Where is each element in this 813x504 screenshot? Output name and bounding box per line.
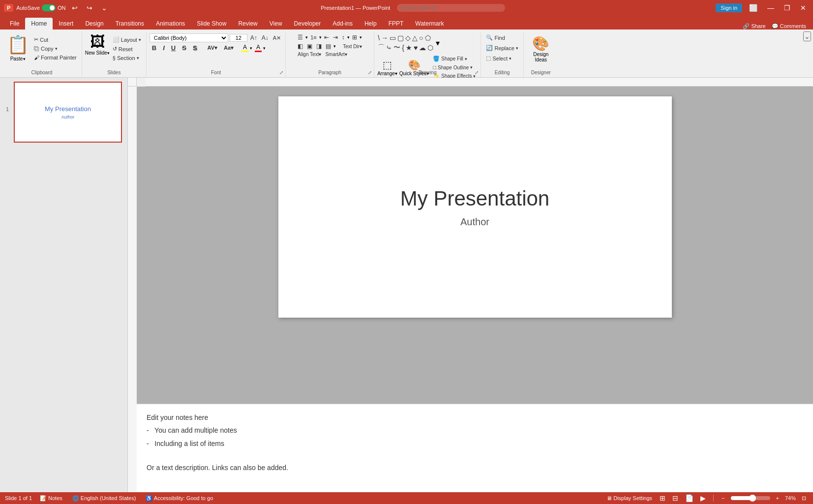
- tab-help[interactable]: Help: [359, 18, 383, 30]
- zoom-in-btn[interactable]: +: [774, 495, 781, 501]
- paste-btn[interactable]: 📋 Paste▾: [5, 33, 31, 61]
- tab-view[interactable]: View: [264, 18, 288, 30]
- change-case-btn[interactable]: Aa▾: [221, 44, 236, 52]
- highlight-btn[interactable]: A: [241, 44, 248, 52]
- shape-line-btn[interactable]: \: [377, 33, 380, 42]
- tab-watermark[interactable]: Watermark: [409, 18, 450, 30]
- arrange-btn[interactable]: ⬚ Arrange▾: [377, 59, 397, 76]
- font-shrink-btn[interactable]: A↓: [260, 34, 270, 42]
- shape-heart-btn[interactable]: ♥: [413, 43, 418, 53]
- line-spacing-dropdown[interactable]: ▾: [347, 35, 350, 40]
- fit-slide-btn[interactable]: ⊡: [800, 495, 808, 502]
- layout-btn[interactable]: ⬜ Layout▾: [111, 35, 143, 44]
- reset-btn[interactable]: ↺ Reset: [111, 45, 143, 53]
- justify-btn[interactable]: ▤: [324, 42, 332, 50]
- shape-diamond-btn[interactable]: ◇: [405, 33, 411, 42]
- numbered-btn[interactable]: 1≡: [309, 34, 318, 41]
- close-button[interactable]: ✕: [797, 4, 809, 12]
- restore-button[interactable]: ❐: [781, 4, 793, 12]
- line-spacing-btn[interactable]: ↕: [340, 33, 346, 41]
- text-direction-btn[interactable]: Text Dir▾: [341, 43, 363, 50]
- dec-indent-btn[interactable]: ⇤: [323, 33, 331, 41]
- tab-file[interactable]: File: [4, 18, 25, 30]
- tab-transitions[interactable]: Transitions: [110, 18, 150, 30]
- tab-developer[interactable]: Developer: [288, 18, 327, 30]
- zoom-slider[interactable]: [731, 496, 770, 500]
- autosave-toggle[interactable]: [42, 4, 56, 11]
- shapes-more-btn[interactable]: ▾: [435, 37, 441, 49]
- slide-canvas-area[interactable]: My Presentation Author: [137, 87, 813, 404]
- sign-in-button[interactable]: Sign in: [716, 3, 742, 12]
- cut-btn[interactable]: ✂ Cut: [32, 35, 79, 44]
- new-slide-btn[interactable]: 🖼 New Slide▾: [85, 33, 110, 56]
- columns-btn[interactable]: ⊞: [351, 33, 359, 41]
- slide-main[interactable]: My Presentation Author: [278, 96, 672, 318]
- tab-insert[interactable]: Insert: [53, 18, 79, 30]
- presenter-view-btn[interactable]: ▶: [699, 494, 707, 502]
- align-center-btn[interactable]: ▣: [305, 42, 314, 50]
- shape-fill-btn[interactable]: 🪣 Shape Fill ▾: [431, 55, 478, 63]
- shape-outline-btn[interactable]: □ Shape Outline ▾: [431, 63, 478, 71]
- align-dropdown[interactable]: ▾: [333, 44, 336, 49]
- share-button[interactable]: 🔗 Share: [740, 23, 768, 30]
- copy-btn[interactable]: ⿻ Copy ▾: [32, 45, 79, 53]
- redo-button[interactable]: ↪: [84, 4, 95, 12]
- slide-thumbnail-1[interactable]: My Presentation Author: [14, 82, 122, 143]
- notes-area[interactable]: Edit your notes here - You can add multi…: [137, 404, 813, 492]
- align-left-btn[interactable]: ◧: [296, 42, 304, 50]
- zoom-out-btn[interactable]: −: [720, 495, 726, 501]
- minimize-button[interactable]: —: [764, 4, 777, 12]
- shape-brace-btn[interactable]: {: [401, 43, 405, 53]
- shape-rect-btn[interactable]: ▭: [389, 33, 396, 42]
- highlight-dropdown[interactable]: ▾: [250, 46, 252, 51]
- bullets-dropdown[interactable]: ▾: [305, 35, 308, 40]
- replace-btn[interactable]: 🔄 Replace ▾: [484, 44, 520, 52]
- convert-smartart-btn[interactable]: SmartArt▾: [324, 51, 348, 58]
- tab-design[interactable]: Design: [79, 18, 109, 30]
- font-grow-btn[interactable]: A↑: [249, 34, 259, 42]
- bullets-btn[interactable]: ☰: [296, 33, 304, 41]
- customize-qat-button[interactable]: ⌄: [98, 4, 110, 12]
- section-btn[interactable]: § Section▾: [111, 54, 143, 62]
- slide-subtitle[interactable]: Author: [460, 216, 489, 228]
- numbered-dropdown[interactable]: ▾: [319, 35, 322, 40]
- bold-btn[interactable]: B: [150, 43, 159, 53]
- shape-hexagon-btn[interactable]: ⬡: [427, 43, 434, 53]
- shape-triangle-btn[interactable]: △: [412, 33, 418, 42]
- paragraph-expand-btn[interactable]: ⤢: [368, 70, 372, 75]
- find-btn[interactable]: 🔍 Find: [484, 33, 507, 42]
- strikethrough-btn[interactable]: S: [180, 43, 189, 53]
- shape-circle-btn[interactable]: ○: [419, 33, 423, 42]
- tab-animations[interactable]: Animations: [150, 18, 191, 30]
- zoom-thumb[interactable]: [749, 495, 756, 502]
- reading-view-btn[interactable]: 📄: [684, 494, 695, 502]
- shape-cloud-btn[interactable]: ☁: [419, 43, 426, 53]
- comments-button[interactable]: 💬 Comments: [769, 23, 809, 30]
- font-family-selector[interactable]: Calibri (Body): [150, 33, 228, 42]
- display-settings-btn[interactable]: 🖥 Display Settings: [604, 495, 654, 501]
- char-spacing-btn[interactable]: AV▾: [205, 44, 220, 52]
- align-right-btn[interactable]: ◨: [315, 42, 323, 50]
- format-painter-btn[interactable]: 🖌 Format Painter: [32, 54, 79, 61]
- ribbon-display-button[interactable]: ⬜: [746, 4, 760, 12]
- shape-arrow-btn[interactable]: →: [381, 33, 389, 42]
- clear-formatting-btn[interactable]: A✕: [271, 34, 282, 42]
- shape-pentagon-btn[interactable]: ⬠: [424, 33, 431, 42]
- normal-view-btn[interactable]: ⊞: [658, 494, 667, 502]
- select-btn[interactable]: ⬚ Select ▾: [484, 54, 513, 62]
- font-size-input[interactable]: [230, 34, 247, 42]
- tab-review[interactable]: Review: [232, 18, 263, 30]
- tab-home[interactable]: Home: [25, 18, 53, 30]
- font-color-dropdown[interactable]: ▾: [263, 46, 266, 51]
- inc-indent-btn[interactable]: ⇥: [331, 33, 339, 41]
- ribbon-collapse-btn[interactable]: ⌄: [803, 31, 811, 41]
- search-input[interactable]: [397, 4, 505, 12]
- font-expand-btn[interactable]: ⤢: [279, 70, 283, 75]
- undo-button[interactable]: ↩: [69, 4, 81, 12]
- columns-dropdown[interactable]: ▾: [360, 35, 362, 40]
- shape-connector-btn[interactable]: ⤷: [386, 43, 392, 53]
- shape-curve-btn[interactable]: 〜: [393, 43, 401, 53]
- notes-panel-btn[interactable]: 📝 Notes: [38, 495, 64, 502]
- slide-sorter-btn[interactable]: ⊟: [671, 494, 680, 502]
- tab-slide-show[interactable]: Slide Show: [191, 18, 232, 30]
